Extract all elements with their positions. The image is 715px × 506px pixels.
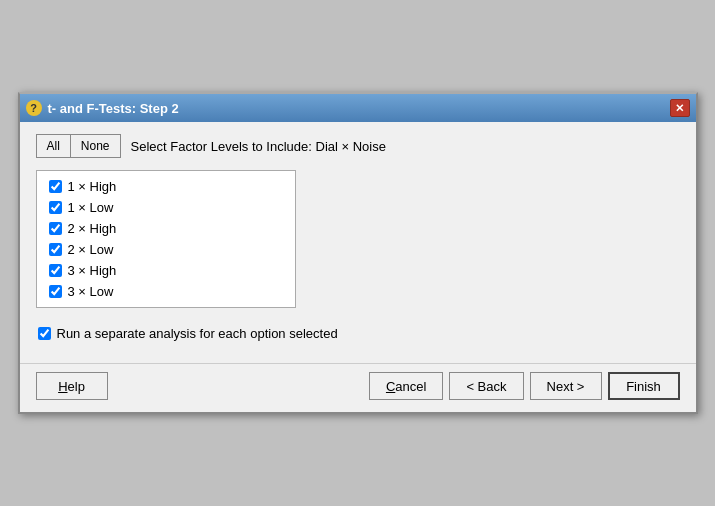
cancel-button[interactable]: Cancel [369, 372, 443, 400]
list-item: 1 × High [49, 179, 283, 194]
checkbox-3x-high[interactable] [49, 264, 62, 277]
finish-button[interactable]: Finish [608, 372, 680, 400]
list-item: 1 × Low [49, 200, 283, 215]
dialog-icon: ? [26, 100, 42, 116]
list-item: 3 × High [49, 263, 283, 278]
label-1x-low: 1 × Low [68, 200, 114, 215]
help-button[interactable]: Help [36, 372, 108, 400]
all-button[interactable]: All [36, 134, 70, 158]
close-button[interactable]: ✕ [670, 99, 690, 117]
label-2x-low: 2 × Low [68, 242, 114, 257]
list-item: 2 × Low [49, 242, 283, 257]
title-bar-left: ? t- and F-Tests: Step 2 [26, 100, 179, 116]
next-button[interactable]: Next > [530, 372, 602, 400]
label-2x-high: 2 × High [68, 221, 117, 236]
help-label: Help [58, 379, 85, 394]
label-1x-high: 1 × High [68, 179, 117, 194]
separate-analysis-checkbox[interactable] [38, 327, 51, 340]
label-3x-low: 3 × Low [68, 284, 114, 299]
label-3x-high: 3 × High [68, 263, 117, 278]
checkbox-1x-high[interactable] [49, 180, 62, 193]
next-label: Next > [547, 379, 585, 394]
dialog-window: ? t- and F-Tests: Step 2 ✕ All None Sele… [18, 92, 698, 414]
dialog-body: All None Select Factor Levels to Include… [20, 122, 696, 363]
top-bar: All None Select Factor Levels to Include… [36, 134, 680, 158]
select-label: Select Factor Levels to Include: Dial × … [131, 139, 386, 154]
none-button[interactable]: None [70, 134, 121, 158]
checkbox-2x-low[interactable] [49, 243, 62, 256]
separate-analysis-option: Run a separate analysis for each option … [36, 322, 680, 345]
factor-levels-list: 1 × High 1 × Low 2 × High 2 × Low 3 × Hi… [36, 170, 296, 308]
button-row: Help Cancel < Back Next > Finish [20, 363, 696, 412]
title-bar: ? t- and F-Tests: Step 2 ✕ [20, 94, 696, 122]
separate-analysis-label: Run a separate analysis for each option … [57, 326, 338, 341]
back-label: < Back [466, 379, 506, 394]
list-item: 3 × Low [49, 284, 283, 299]
back-button[interactable]: < Back [449, 372, 523, 400]
checkbox-3x-low[interactable] [49, 285, 62, 298]
window-title: t- and F-Tests: Step 2 [48, 101, 179, 116]
list-item: 2 × High [49, 221, 283, 236]
checkbox-1x-low[interactable] [49, 201, 62, 214]
cancel-label: Cancel [386, 379, 426, 394]
checkbox-2x-high[interactable] [49, 222, 62, 235]
